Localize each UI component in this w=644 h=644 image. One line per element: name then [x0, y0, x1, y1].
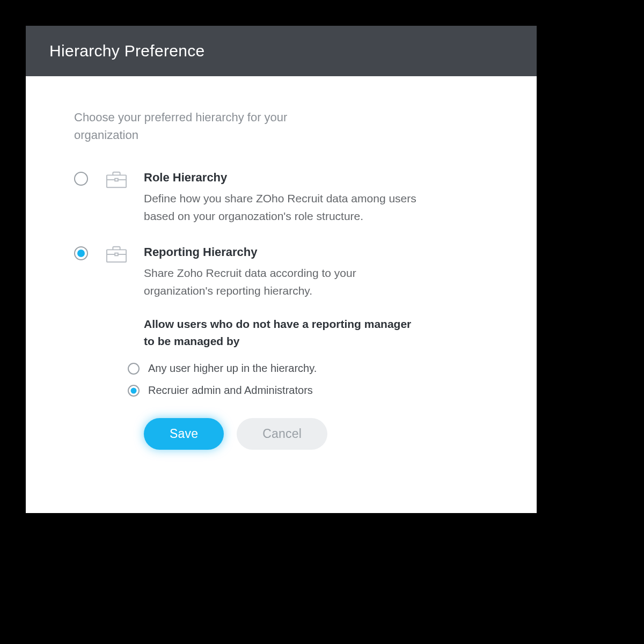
briefcase-icon: [106, 170, 128, 191]
option-role-desc: Define how you share ZOho Recruit data a…: [144, 190, 423, 225]
radio-any-higher[interactable]: [128, 363, 140, 375]
sub-label-admins: Recruier admin and Administrators: [148, 384, 313, 397]
radio-admins[interactable]: [128, 385, 140, 397]
option-reporting-desc: Share Zoho Recruit data according to you…: [144, 265, 423, 299]
save-button[interactable]: Save: [144, 418, 224, 450]
hierarchy-preference-modal: Hierarchy Preference Choose your preferr…: [26, 26, 537, 513]
option-reporting-hierarchy[interactable]: Reporting Hierarchy Share Zoho Recruit d…: [74, 245, 504, 450]
modal-header: Hierarchy Preference: [26, 26, 537, 76]
svg-rect-7: [115, 253, 118, 256]
svg-rect-3: [115, 179, 118, 181]
briefcase-icon: [106, 245, 128, 265]
modal-title: Hierarchy Preference: [49, 42, 513, 60]
button-row: Save Cancel: [144, 418, 504, 450]
option-reporting-title: Reporting Hierarchy: [144, 245, 504, 259]
intro-text: Choose your preferred hierarchy for your…: [74, 108, 321, 144]
sub-heading: Allow users who do not have a reporting …: [144, 316, 423, 349]
cancel-button[interactable]: Cancel: [237, 418, 327, 450]
sub-option-admins[interactable]: Recruier admin and Administrators: [128, 384, 504, 397]
sub-label-any-higher: Any user higher up in the hierarchy.: [148, 362, 317, 375]
option-role-title: Role Hierarchy: [144, 171, 504, 185]
sub-option-any-higher[interactable]: Any user higher up in the hierarchy.: [128, 362, 504, 375]
radio-reporting-hierarchy[interactable]: [74, 246, 88, 260]
option-role-hierarchy[interactable]: Role Hierarchy Define how you share ZOho…: [74, 171, 504, 225]
option-role-content: Role Hierarchy Define how you share ZOho…: [144, 171, 504, 225]
option-reporting-content: Reporting Hierarchy Share Zoho Recruit d…: [144, 245, 504, 450]
modal-body: Choose your preferred hierarchy for your…: [26, 76, 537, 513]
radio-role-hierarchy[interactable]: [74, 172, 88, 186]
modal-container: Hierarchy Preference Choose your preferr…: [26, 26, 537, 513]
